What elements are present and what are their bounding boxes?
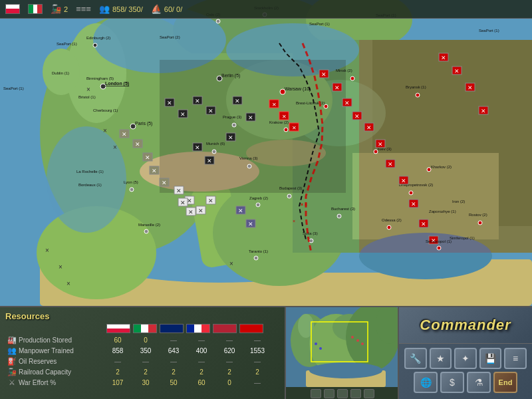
svg-text:✕: ✕ (248, 221, 253, 227)
minimap-canvas[interactable]: September 1, 1939 (286, 307, 399, 387)
commander-buttons-bottom: 🌐 $ ⚗ End (399, 372, 532, 397)
svg-point-64 (387, 225, 391, 229)
manpower-icon2: 👥 (5, 346, 19, 355)
research-button[interactable]: ⚗ (467, 372, 491, 393)
svg-point-179 (478, 221, 482, 225)
svg-text:Sebastopol (1): Sebastopol (1) (426, 239, 452, 243)
supply-icon: ≡≡≡ (76, 4, 91, 14)
man-fra: 400 (189, 347, 214, 354)
oil-row: ⛽ Oil Reserves — — — — — — (5, 356, 279, 366)
train-stat: 🚂 2 (51, 4, 68, 14)
svg-text:Birmingham (5): Birmingham (5) (86, 76, 114, 80)
svg-point-184 (254, 256, 258, 260)
compass-button[interactable]: ✦ (454, 348, 477, 369)
svg-point-54 (144, 229, 148, 233)
svg-text:✕: ✕ (481, 108, 486, 114)
svg-text:Lyon (5): Lyon (5) (124, 180, 138, 184)
minimap-btn-3[interactable] (337, 389, 348, 398)
ship-stat: ⛵ 60/ 0/ (151, 4, 183, 14)
svg-text:✕: ✕ (195, 144, 200, 151)
end-turn-button[interactable]: End (493, 372, 517, 393)
oil-label: Oil Reserves (19, 358, 105, 365)
man-usa: 620 (217, 347, 242, 354)
svg-point-82 (216, 19, 220, 23)
train-count: 2 (64, 5, 68, 13)
svg-text:✕: ✕ (208, 198, 213, 204)
manpower-value: 858/ 350/ (112, 5, 143, 13)
production-values: 60 0 — — — — (105, 336, 270, 344)
manpower-row: 👥 Manpower Trained 858 350 643 400 620 1… (5, 346, 279, 355)
svg-text:Simferopol (1): Simferopol (1) (450, 236, 475, 240)
railroad-label: Railroad Capacity (19, 368, 105, 376)
war-values: 107 30 50 60 0 — (105, 379, 270, 386)
svg-point-197 (351, 336, 354, 338)
svg-text:Warsaw (10): Warsaw (10) (285, 86, 311, 92)
prod-ita: 0 (133, 336, 158, 344)
globe-button[interactable]: 🌐 (414, 372, 438, 393)
man-uk: 643 (161, 347, 186, 354)
rail-pol: 2 (105, 368, 130, 376)
svg-text:Zaporozhye (1): Zaporozhye (1) (429, 209, 456, 213)
svg-text:SeaPort (1): SeaPort (1) (57, 42, 77, 46)
menu-button[interactable]: ≡ (504, 348, 527, 369)
svg-text:Odessa (2): Odessa (2) (382, 218, 402, 222)
production-icon: 🏭 (5, 335, 19, 344)
star-button[interactable]: ★ (430, 348, 452, 369)
svg-text:Minsk (2): Minsk (2) (336, 68, 352, 72)
production-label: Production Stored (19, 336, 105, 344)
minimap-btn-5[interactable] (364, 389, 374, 398)
oil-usa: — (217, 358, 242, 365)
svg-text:✕: ✕ (401, 178, 406, 184)
svg-text:London (5): London (5) (105, 81, 129, 86)
svg-text:Taranto (1): Taranto (1) (249, 249, 268, 253)
svg-text:✕: ✕ (272, 102, 277, 108)
svg-point-42 (287, 194, 291, 198)
svg-text:✕: ✕ (366, 124, 372, 131)
svg-point-66 (416, 93, 420, 97)
man-ussr: 1553 (245, 347, 270, 354)
railroad-values: 2 2 2 2 2 2 (105, 368, 270, 376)
svg-text:Krakow (2): Krakow (2) (269, 120, 289, 124)
svg-text:Bucharest (3): Bucharest (3) (331, 207, 355, 211)
svg-text:✕: ✕ (388, 161, 393, 168)
svg-text:Vienna (3): Vienna (3) (239, 156, 258, 160)
minimap-btn-2[interactable] (324, 389, 334, 398)
svg-text:✕: ✕ (467, 84, 473, 91)
svg-point-52 (130, 188, 134, 192)
train-icon: 🚂 (51, 4, 61, 14)
minimap-btn-1[interactable] (311, 389, 321, 398)
svg-text:✕: ✕ (235, 98, 240, 104)
top-bar: 🚂 2 ≡≡≡ 👥 858/ 350/ ⛵ 60/ 0/ (0, 0, 532, 19)
prod-pol: 60 (105, 336, 130, 344)
supply-stat: ≡≡≡ (76, 4, 91, 14)
ship-icon: ⛵ (151, 4, 162, 14)
svg-text:Berlin (5): Berlin (5) (221, 73, 240, 78)
oil-ita: — (133, 358, 158, 365)
svg-point-196 (319, 347, 322, 350)
svg-text:✕: ✕ (248, 114, 253, 121)
flag-italy (28, 4, 43, 14)
map-area[interactable]: London (5) Paris (5) Berlin (5) Warsaw (… (0, 0, 532, 306)
commander-panel: Commander 🔧 ★ ✦ 💾 ≡ 🌐 $ ⚗ End (399, 307, 532, 399)
svg-text:✕: ✕ (207, 158, 212, 164)
settings-button[interactable]: 🔧 (404, 348, 427, 369)
minimap-btn-4[interactable] (350, 389, 361, 398)
svg-text:Zagreb (2): Zagreb (2) (249, 196, 268, 200)
svg-point-177 (437, 246, 441, 250)
svg-text:Bordeaux (1): Bordeaux (1) (78, 183, 102, 187)
economy-button[interactable]: $ (440, 372, 464, 393)
svg-point-56 (256, 203, 260, 207)
svg-text:✕: ✕ (344, 100, 350, 106)
war-icon: ⚔ (5, 378, 19, 387)
svg-text:Iron (2): Iron (2) (452, 200, 465, 203)
svg-text:Rostov (2): Rostov (2) (469, 213, 487, 217)
svg-text:SeaPort (2): SeaPort (2) (160, 35, 180, 39)
rail-ita: 2 (133, 368, 158, 376)
commander-title-area: Commander (399, 307, 532, 344)
svg-point-50 (284, 128, 288, 132)
flag-poland (5, 4, 20, 14)
flag-france-header (186, 324, 210, 333)
minimap-area[interactable]: September 1, 1939 (286, 307, 399, 399)
oil-values: — — — — — — (105, 358, 270, 365)
save-button[interactable]: 💾 (479, 348, 502, 369)
